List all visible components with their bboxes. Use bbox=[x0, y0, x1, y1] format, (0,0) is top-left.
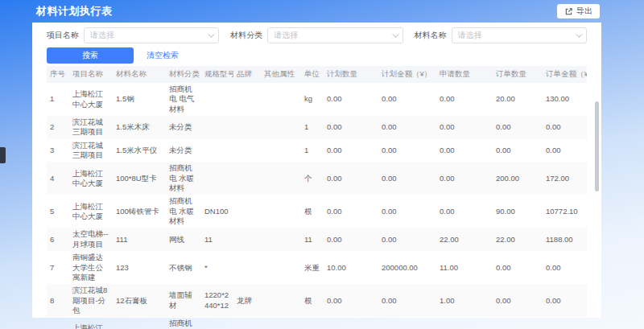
table-cell: 0.00 bbox=[378, 195, 436, 228]
table-cell: 0.00 bbox=[378, 162, 436, 195]
table-cell: 0.00 bbox=[324, 83, 378, 116]
filter-select-2[interactable]: 请选择 bbox=[267, 27, 402, 43]
table-cell: 100铸铁管卡 bbox=[113, 195, 166, 228]
table-cell: 招商机电 电气材料 bbox=[166, 83, 201, 116]
column-header: 单位 bbox=[301, 66, 324, 83]
table-cell: 3 bbox=[47, 139, 69, 162]
table-cell: 6 bbox=[47, 228, 69, 251]
table-cell: 7 bbox=[47, 251, 69, 284]
action-bar: 搜索 清空检索 bbox=[32, 45, 601, 66]
table-cell: 0.00 bbox=[436, 162, 493, 195]
table-cell bbox=[261, 284, 301, 317]
table-row: 6太空电梯--月球项目111网线11110.000.0022.0022.0011… bbox=[47, 228, 587, 251]
table-cell: 10.00 bbox=[324, 251, 378, 284]
table-cell: 上海松江中心大厦 bbox=[69, 195, 113, 228]
table-cell: 1 bbox=[301, 139, 324, 162]
table-cell: 上海松江中心大厦 bbox=[69, 83, 113, 116]
table-cell: 上海松江中心大厦 bbox=[69, 317, 113, 329]
export-button[interactable]: 导出 bbox=[557, 4, 600, 19]
table-cell bbox=[261, 116, 301, 139]
table-row: 4上海松江中心大厦100*8U型卡招商机电 水暖材料个0.000.000.002… bbox=[47, 162, 587, 195]
table-cell: 滨江花城三期项目 bbox=[69, 139, 113, 162]
table-cell: 龙牌 bbox=[233, 284, 261, 317]
table-cell bbox=[201, 162, 233, 195]
filter-label: 材料分类 bbox=[230, 30, 262, 41]
table-cell bbox=[233, 251, 261, 284]
column-header: 品牌 bbox=[233, 66, 261, 83]
export-icon bbox=[564, 7, 573, 16]
table-cell: 0.00 bbox=[324, 139, 378, 162]
table-row: 5上海松江中心大厦100铸铁管卡招商机电 水暖材料DN100根0.000.000… bbox=[47, 195, 587, 228]
table-cell: 1.5米水平仪 bbox=[113, 139, 166, 162]
table-cell: 0.00 bbox=[436, 195, 493, 228]
table-cell: 招商机电 水暖材料 bbox=[166, 162, 201, 195]
table-cell: 200000.00 bbox=[378, 251, 436, 284]
table-cell: 20.00 bbox=[493, 83, 543, 116]
table-cell: 0.00 bbox=[378, 83, 436, 116]
column-header: 材料分类 bbox=[166, 66, 201, 83]
table-row: 8滨江花城8期项目-分包12石膏板墙面辅材1220*2440*12龙牌根0.00… bbox=[47, 284, 587, 317]
table-cell: 上海松江中心大厦 bbox=[69, 162, 113, 195]
table-cell: 130.00 bbox=[543, 83, 587, 116]
table-cell: 1220*2440*12 bbox=[201, 284, 233, 317]
table-cell bbox=[261, 251, 301, 284]
table-cell bbox=[201, 116, 233, 139]
table-cell: 0.00 bbox=[378, 116, 436, 139]
table-cell bbox=[201, 317, 233, 329]
table-cell: 0.00 bbox=[436, 317, 493, 329]
table-cell: 10772.10 bbox=[543, 195, 587, 228]
column-header: 规格型号 bbox=[201, 66, 233, 83]
table-cell bbox=[233, 228, 261, 251]
table-cell: 不锈钢 bbox=[166, 251, 201, 284]
filter-group-2: 材料分类请选择 bbox=[230, 27, 402, 43]
filter-placeholder: 请选择 bbox=[458, 30, 482, 41]
content-panel: 项目名称请选择材料分类请选择材料名称请选择 搜索 清空检索 序号项目名称材料名称… bbox=[32, 23, 601, 318]
table-cell: 12石膏板 bbox=[113, 284, 166, 317]
table-cell: 0.00 bbox=[378, 139, 436, 162]
table-cell bbox=[261, 139, 301, 162]
drawer-handle[interactable] bbox=[0, 147, 6, 163]
table-cell: 1188.00 bbox=[543, 228, 587, 251]
table-row: 7南铜盛达大学生公寓新建123不锈钢*米重10.00200000.0011.00… bbox=[47, 251, 587, 284]
column-header: 材料名称 bbox=[113, 66, 166, 83]
table-cell: 0.00 bbox=[324, 284, 378, 317]
table-cell: 0.00 bbox=[378, 317, 436, 329]
table-cell: 200.00 bbox=[493, 162, 543, 195]
table-cell: 未分类 bbox=[166, 139, 201, 162]
table-cell: 156.80 bbox=[543, 317, 587, 329]
filter-placeholder: 请选择 bbox=[90, 30, 114, 41]
table-cell: 0.00 bbox=[493, 251, 543, 284]
filter-label: 项目名称 bbox=[47, 30, 79, 41]
table-cell bbox=[261, 317, 301, 329]
table-cell: 0.00 bbox=[543, 284, 587, 317]
filter-select-1[interactable]: 请选择 bbox=[84, 27, 219, 43]
search-button[interactable]: 搜索 bbox=[47, 47, 134, 64]
table-cell bbox=[233, 317, 261, 329]
table-cell bbox=[201, 83, 233, 116]
table-cell: 未分类 bbox=[166, 116, 201, 139]
table-cell: 22.00 bbox=[436, 228, 493, 251]
table-cell: 滨江花城三期项目 bbox=[69, 116, 113, 139]
table-cell: 0.00 bbox=[543, 251, 587, 284]
topbar: 材料计划执行表 导出 bbox=[0, 0, 644, 23]
table-cell bbox=[201, 139, 233, 162]
column-header: 申请数量 bbox=[436, 66, 493, 83]
table-cell: 111 bbox=[113, 228, 166, 251]
table-header-row: 序号项目名称材料名称材料分类规格型号品牌其他属性单位计划数量计划金额（¥）申请数… bbox=[47, 66, 587, 83]
column-header: 序号 bbox=[47, 66, 69, 83]
table-cell: DN100 bbox=[201, 195, 233, 228]
page-title: 材料计划执行表 bbox=[36, 4, 113, 19]
table-cell bbox=[233, 139, 261, 162]
filter-bar: 项目名称请选择材料分类请选择材料名称请选择 bbox=[32, 23, 601, 45]
table-cell bbox=[233, 116, 261, 139]
clear-search-button[interactable]: 清空检索 bbox=[147, 50, 179, 61]
table-cell: 根 bbox=[301, 284, 324, 317]
table-cell: 100*8U型卡 bbox=[113, 162, 166, 195]
table-row: 9上海松江中心大厦150*10U型卡招商机电 水暖材料个0.000.000.00… bbox=[47, 317, 587, 329]
filter-select-3[interactable]: 请选择 bbox=[452, 27, 587, 43]
filter-label: 材料名称 bbox=[415, 30, 447, 41]
table-cell: 150*10U型卡 bbox=[113, 317, 166, 329]
chevron-down-icon bbox=[208, 31, 214, 37]
table-cell: 个 bbox=[301, 317, 324, 329]
vertical-scrollbar[interactable] bbox=[595, 101, 599, 191]
